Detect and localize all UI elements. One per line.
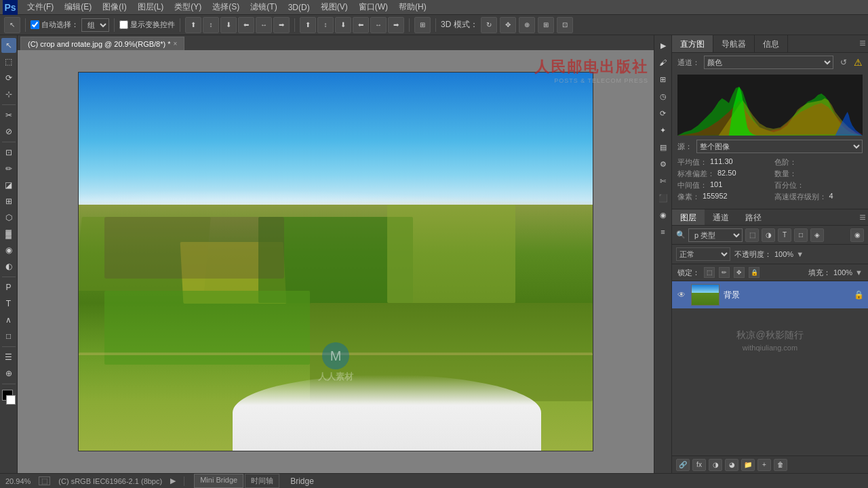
visibility-toggle[interactable]: 👁 (676, 289, 687, 300)
tab-layers[interactable]: 图层 (672, 209, 705, 225)
timeline-tab[interactable]: 时间轴 (245, 474, 279, 488)
mini-bridge-tab[interactable]: Mini Bridge (194, 474, 243, 488)
3d-extra-btn[interactable]: ⊡ (557, 17, 573, 33)
auto-select-mode[interactable]: 组 (81, 18, 109, 32)
layer-delete-btn[interactable]: 🗑 (774, 459, 787, 471)
ft-paint[interactable]: 🖌 (656, 55, 671, 70)
opacity-dropdown-icon[interactable]: ▼ (796, 250, 804, 258)
tool-marquee[interactable]: ⬚ (1, 54, 16, 69)
move-tool-btn[interactable]: ↖ (4, 17, 20, 33)
align-bottom-btn[interactable]: ⬇ (220, 17, 237, 33)
menu-window[interactable]: 窗口(W) (353, 0, 393, 14)
ft-adjust[interactable]: ⊞ (656, 72, 671, 87)
menu-layer[interactable]: 图层(L) (132, 0, 170, 14)
filter-smart-btn[interactable]: ◈ (810, 228, 824, 242)
3d-scale-btn[interactable]: ⊞ (538, 17, 554, 33)
lock-pixels-btn[interactable]: ⬚ (704, 267, 715, 278)
dist-vcenter-btn[interactable]: ↕ (317, 17, 334, 33)
menu-view[interactable]: 视图(V) (315, 0, 353, 14)
tab-channels[interactable]: 通道 (705, 209, 737, 225)
tool-eraser[interactable]: ⬡ (1, 210, 16, 225)
menu-image[interactable]: 图像(I) (97, 0, 132, 14)
auto-select-check[interactable]: 自动选择： (31, 20, 79, 30)
tool-clone[interactable]: ◪ (1, 178, 16, 192)
ft-scissors[interactable]: ✄ (656, 174, 671, 188)
dist-top-btn[interactable]: ⬆ (300, 17, 316, 33)
lock-move-btn[interactable]: ✥ (734, 267, 745, 278)
ft-circle[interactable]: ◉ (656, 207, 671, 222)
tool-healing[interactable]: ⊡ (1, 145, 16, 160)
ft-settings[interactable]: ⚙ (656, 157, 671, 171)
filter-toggle-btn[interactable]: ◉ (850, 228, 864, 242)
ft-rotate[interactable]: ⟳ (656, 106, 671, 121)
blend-mode-select[interactable]: 正常 (676, 247, 730, 261)
tool-dodge[interactable]: ◐ (1, 259, 16, 274)
ft-list[interactable]: ▤ (656, 140, 671, 155)
refresh-btn[interactable]: ↺ (837, 56, 850, 68)
align-left-btn[interactable]: ⬅ (238, 17, 254, 33)
3d-zoom-btn[interactable]: ⊕ (519, 17, 535, 33)
doc-size-btn[interactable]: ⬚ (39, 476, 50, 485)
layer-type-filter[interactable]: p 类型 (688, 228, 743, 242)
tool-crop[interactable]: ✂ (1, 108, 16, 123)
menu-help[interactable]: 帮助(H) (393, 0, 432, 14)
align-top-btn[interactable]: ⬆ (185, 17, 201, 33)
align-right-btn[interactable]: ➡ (273, 17, 290, 33)
tool-pen[interactable]: P (1, 280, 16, 295)
dist-hcenter-btn[interactable]: ↔ (370, 17, 387, 33)
tab-info[interactable]: 信息 (755, 35, 788, 52)
filter-adjust-btn[interactable]: ◑ (762, 228, 775, 242)
tool-blur[interactable]: ◉ (1, 243, 16, 258)
tab-paths[interactable]: 路径 (737, 209, 770, 225)
tool-quick-select[interactable]: ⊹ (1, 87, 16, 102)
dist-right-btn[interactable]: ➡ (388, 17, 404, 33)
canvas-container[interactable]: M 人人素材 人民邮电出版社 POSTS & TELECOM PRESS (18, 50, 654, 473)
tool-hand[interactable]: ☰ (1, 350, 16, 365)
layer-group-btn[interactable]: 📁 (741, 459, 755, 471)
3d-pan-btn[interactable]: ✥ (500, 17, 516, 33)
menu-edit[interactable]: 编辑(E) (59, 0, 97, 14)
layer-item-background[interactable]: 👁 背景 🔒 (672, 281, 868, 308)
menu-3d[interactable]: 3D(D) (283, 1, 315, 14)
tool-move[interactable]: ↖ (1, 38, 16, 53)
tab-histogram[interactable]: 直方图 (672, 35, 713, 52)
layer-new-btn[interactable]: + (757, 459, 771, 471)
tab-navigator[interactable]: 导航器 (713, 35, 755, 52)
tool-shape[interactable]: □ (1, 329, 16, 344)
layers-panel-menu-btn[interactable]: ≡ (857, 209, 868, 226)
tool-type[interactable]: T (1, 296, 16, 311)
filter-type-btn[interactable]: T (778, 228, 791, 242)
tool-gradient[interactable]: ▓ (1, 226, 16, 241)
profile-arrow[interactable]: ▶ (170, 476, 176, 485)
show-transform-checkbox[interactable] (119, 20, 128, 29)
lock-all-btn[interactable]: 🔒 (749, 267, 760, 278)
layer-fx-btn[interactable]: fx (692, 459, 706, 471)
fill-dropdown-icon[interactable]: ▼ (855, 268, 863, 277)
menu-file[interactable]: 文件(F) (22, 0, 59, 14)
menu-type[interactable]: 类型(Y) (169, 0, 207, 14)
auto-align-btn[interactable]: ⊞ (414, 17, 431, 33)
3d-rotate-btn[interactable]: ↻ (481, 17, 497, 33)
dist-bottom-btn[interactable]: ⬇ (335, 17, 351, 33)
layer-mask-btn[interactable]: ◑ (709, 459, 722, 471)
ft-star[interactable]: ✦ (656, 123, 671, 138)
tool-brush[interactable]: ✏ (1, 161, 16, 176)
document-tab[interactable]: (C) crop and rotate.jpg @ 20.9%(RGB/8*) … (20, 37, 184, 50)
show-transform-check[interactable]: 显示变换控件 (119, 20, 175, 30)
tool-eyedropper[interactable]: ⊘ (1, 124, 16, 139)
ft-black[interactable]: ⬛ (656, 190, 671, 205)
auto-select-checkbox[interactable] (31, 20, 39, 29)
filter-shape-btn[interactable]: □ (794, 228, 808, 242)
tool-lasso[interactable]: ⟳ (1, 70, 16, 85)
align-vcenter-btn[interactable]: ↕ (203, 17, 219, 33)
lock-position-btn[interactable]: ✏ (719, 267, 730, 278)
layer-adjustment-btn[interactable]: ◕ (725, 459, 738, 471)
tool-zoom[interactable]: ⊕ (1, 366, 16, 381)
panel-menu-btn[interactable]: ≡ (857, 35, 868, 52)
ft-3d[interactable]: ◷ (656, 89, 671, 104)
menu-filter[interactable]: 滤镜(T) (245, 0, 282, 14)
channel-select[interactable]: 颜色 (704, 56, 833, 69)
dist-left-btn[interactable]: ⬅ (353, 17, 369, 33)
tool-history-brush[interactable]: ⊞ (1, 194, 16, 209)
layer-link-btn[interactable]: 🔗 (676, 459, 690, 471)
